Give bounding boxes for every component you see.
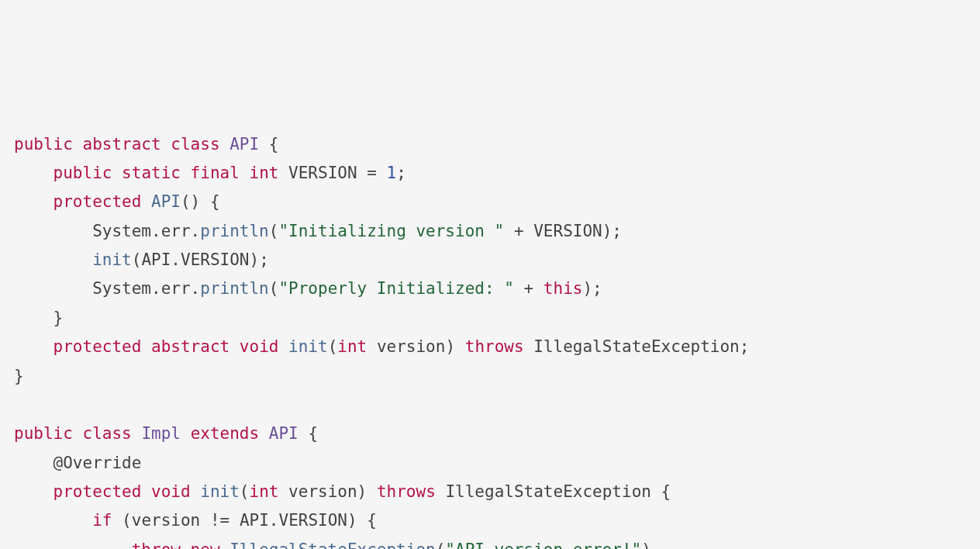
type-illegalstate: IllegalStateException [533, 337, 740, 356]
keyword-abstract: abstract [151, 337, 229, 356]
keyword-protected: protected [53, 482, 142, 501]
paren-open: ( [240, 482, 250, 501]
keyword-public: public [14, 424, 73, 443]
ident-version: VERSION [533, 222, 602, 240]
type-impl: Impl [141, 424, 181, 443]
param-version: version [377, 337, 446, 356]
parens: () [181, 192, 200, 211]
keyword-protected: protected [53, 337, 142, 356]
keyword-void: void [151, 482, 191, 501]
ident-err: err [161, 222, 191, 240]
dot: . [171, 250, 181, 269]
dot: . [151, 279, 161, 298]
keyword-if: if [92, 511, 112, 530]
dot: . [269, 511, 279, 530]
dot: . [191, 222, 201, 240]
paren-close: ) [445, 337, 455, 356]
keyword-protected: protected [53, 192, 142, 211]
ident-version: version [132, 511, 201, 530]
string-apierror: "API version error!" [445, 540, 641, 549]
keyword-new: new [191, 540, 220, 549]
keyword-class: class [171, 135, 219, 154]
string-proper: "Properly Initialized: " [278, 279, 513, 298]
ident-version: VERSION [288, 164, 357, 182]
method-init: init [288, 337, 328, 356]
method-init: init [92, 250, 132, 269]
paren-close-semi: ); [602, 222, 622, 240]
method-println: println [200, 222, 269, 240]
keyword-class: class [83, 424, 132, 443]
type-api: API [269, 424, 298, 443]
paren-close: ) [641, 540, 651, 549]
ident-version: VERSION [278, 511, 347, 530]
semicolon: ; [396, 164, 406, 182]
paren-close-semi: ); [250, 250, 269, 269]
brace-close: } [14, 367, 24, 385]
paren-open: ( [269, 279, 279, 298]
op-assign: = [367, 164, 377, 182]
keyword-void: void [240, 337, 279, 356]
keyword-abstract: abstract [83, 135, 161, 154]
ident-api: API [141, 250, 171, 269]
ident-version: VERSION [181, 250, 250, 269]
code-block: public abstract class API { public stati… [14, 130, 966, 550]
keyword-int: int [249, 164, 278, 182]
keyword-int: int [250, 482, 279, 501]
paren-open: ( [122, 511, 132, 530]
paren-close: ) [357, 482, 368, 501]
number-1: 1 [387, 164, 397, 182]
keyword-throw: throw [132, 540, 181, 549]
semicolon: ; [740, 337, 750, 356]
method-println: println [200, 279, 269, 298]
paren-close-semi: ); [582, 279, 602, 298]
brace-open: { [308, 424, 318, 443]
param-version: version [288, 482, 357, 501]
keyword-int: int [337, 337, 367, 356]
keyword-this: this [543, 279, 583, 298]
op-plus: + [524, 279, 534, 298]
keyword-extends: extends [191, 424, 260, 443]
paren-open: ( [436, 540, 446, 549]
paren-open: ( [328, 337, 338, 356]
brace-open: { [367, 511, 377, 530]
keyword-static: static [122, 164, 181, 182]
brace-open: { [269, 135, 279, 154]
paren-close: ) [347, 511, 357, 530]
keyword-throws: throws [465, 337, 524, 356]
ident-system: System [92, 279, 151, 298]
constructor-illegalstate: IllegalStateException [229, 540, 436, 549]
keyword-throws: throws [377, 482, 436, 501]
constructor-api: API [151, 192, 181, 211]
ident-system: System [92, 222, 151, 240]
dot: . [191, 279, 201, 298]
ident-api: API [240, 511, 269, 530]
annotation-override: @Override [53, 454, 142, 472]
keyword-public: public [14, 135, 73, 154]
method-init: init [200, 482, 240, 501]
brace-close: } [53, 309, 64, 327]
paren-open: ( [132, 250, 142, 269]
op-plus: + [514, 222, 524, 240]
type-api: API [229, 135, 259, 154]
op-ne: != [210, 511, 229, 530]
keyword-final: final [191, 164, 240, 182]
brace-open: { [661, 482, 671, 501]
type-illegalstate: IllegalStateException [445, 482, 651, 501]
keyword-public: public [53, 164, 112, 182]
paren-open: ( [269, 222, 279, 240]
string-init: "Initializing version " [278, 222, 504, 240]
dot: . [151, 222, 161, 240]
brace-open: { [210, 192, 220, 211]
ident-err: err [161, 279, 191, 298]
